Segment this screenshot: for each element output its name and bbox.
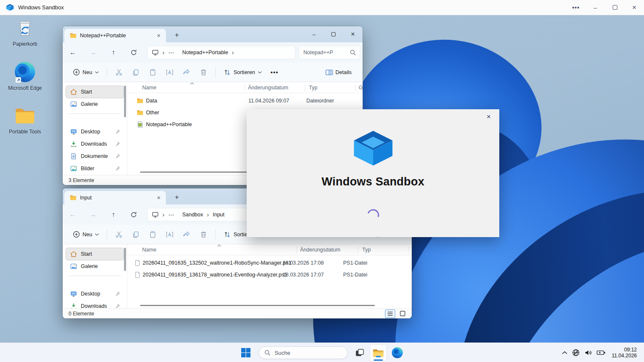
tab-close-icon[interactable]: × (155, 194, 162, 202)
column-header-type[interactable]: Typ (309, 85, 317, 91)
paste-button[interactable] (144, 228, 161, 241)
sidebar-item-start[interactable]: Start (66, 248, 124, 260)
taskbar-file-explorer[interactable] (370, 344, 387, 362)
back-button[interactable]: ← (66, 208, 80, 221)
breadcrumb-overflow-icon[interactable]: ⋯ (168, 49, 175, 56)
breadcrumb[interactable]: › ⋯ Notepad++Portable › (147, 46, 295, 59)
sidebar-item-dokumente[interactable]: Dokumente (66, 150, 124, 162)
up-button[interactable]: ↑ (107, 208, 120, 221)
hidden-icons-chevron[interactable] (562, 351, 567, 354)
column-headers: Name Änderungsdatum Typ (127, 244, 412, 255)
desktop-icon-portable-tools[interactable]: Portable Tools (6, 105, 44, 135)
taskbar-search[interactable]: Suche (259, 346, 348, 359)
copy-button[interactable] (127, 66, 144, 79)
close-button[interactable]: × (625, 0, 644, 15)
desktop-icon-recycle-bin[interactable]: Papierkorb (6, 18, 44, 47)
delete-button[interactable] (195, 66, 212, 79)
cut-button[interactable] (110, 66, 127, 79)
documents-icon (70, 153, 77, 160)
column-header-date[interactable]: Änderungsdatum (248, 85, 288, 91)
trash-icon (200, 69, 207, 76)
horizontal-scrollbar[interactable] (140, 305, 375, 306)
home-icon (70, 88, 77, 95)
task-view-button[interactable] (355, 348, 365, 358)
file-row-eventlog-analyzer[interactable]: 20260411_091635_136178_waltrone1-Eventlo… (127, 269, 412, 281)
column-header-name[interactable]: Name (142, 85, 156, 91)
ps1-file-icon (134, 260, 141, 266)
new-button[interactable]: Neu (69, 66, 103, 78)
close-icon[interactable]: × (482, 111, 495, 123)
taskbar-clock[interactable]: 09:12 11.04.2026 (612, 347, 637, 359)
paste-button[interactable] (144, 66, 161, 79)
start-button[interactable] (241, 348, 251, 358)
copy-button[interactable] (127, 228, 144, 241)
minimize-button[interactable]: – (304, 26, 324, 42)
chevron-down-icon (95, 71, 99, 74)
rename-button[interactable] (161, 66, 178, 79)
tab-close-icon[interactable]: × (155, 32, 162, 39)
delete-button[interactable] (195, 228, 212, 241)
new-button[interactable]: Neu (69, 228, 103, 240)
see-more-button[interactable]: ••• (566, 0, 586, 15)
list-view-button[interactable] (385, 309, 395, 318)
navigation-pane: Start Galerie Desktop Downloads (63, 82, 127, 175)
column-header-name[interactable]: Name (142, 247, 156, 253)
see-more-button[interactable]: ••• (266, 66, 283, 79)
desktop-icon-microsoft-edge[interactable]: Microsoft Edge (6, 61, 44, 91)
sidebar-item-desktop[interactable]: Desktop (66, 126, 124, 138)
shortcut-arrow-icon (15, 77, 21, 83)
back-button[interactable]: ← (66, 46, 80, 59)
tab-notepad-portable[interactable]: Notepad++Portable × (64, 29, 166, 42)
breadcrumb-item[interactable]: Notepad++Portable (182, 50, 228, 55)
battery-icon[interactable] (597, 350, 605, 355)
share-button[interactable] (178, 66, 195, 79)
minimize-button[interactable]: – (586, 0, 605, 15)
forward-button[interactable]: → (86, 46, 100, 59)
breadcrumb-item[interactable]: Input (213, 212, 225, 218)
windows-sandbox-logo (352, 130, 394, 167)
active-app-indicator (374, 359, 383, 361)
forward-button[interactable]: → (86, 208, 100, 221)
gallery-icon (70, 101, 77, 108)
tab-input[interactable]: Input × (64, 191, 166, 204)
taskbar-edge[interactable] (392, 347, 403, 358)
sidebar-item-desktop[interactable]: Desktop (66, 288, 124, 300)
status-bar: 0 Elemente (63, 308, 412, 318)
new-tab-button[interactable]: + (172, 30, 182, 40)
column-header-size[interactable]: Größe (359, 85, 363, 91)
sidebar-item-start[interactable]: Start (66, 86, 124, 98)
view-details-button[interactable]: Details (321, 67, 356, 78)
close-button[interactable]: × (343, 26, 363, 42)
network-offline-icon[interactable] (572, 349, 580, 356)
refresh-button[interactable] (127, 208, 140, 221)
breadcrumb-item[interactable]: Sandbox (182, 212, 203, 218)
sidebar-item-bilder[interactable]: Bilder (66, 163, 124, 174)
maximize-button[interactable] (605, 0, 625, 15)
file-row-robosync-manager[interactable]: 20260411_091635_132502_waltrone1-RoboSyn… (127, 257, 412, 269)
sort-button[interactable]: Sortieren (219, 66, 266, 78)
sidebar-scrollbar[interactable] (124, 248, 126, 271)
sidebar-scrollbar[interactable] (124, 86, 126, 117)
folder-icon (70, 32, 77, 39)
sidebar-item-galerie[interactable]: Galerie (66, 98, 124, 110)
sidebar-item-downloads[interactable]: Downloads (66, 138, 124, 150)
dialog-title: Windows Sandbox (247, 175, 499, 188)
cut-button[interactable] (110, 228, 127, 241)
search-input[interactable]: Notepad++P (299, 46, 360, 59)
sidebar-item-galerie[interactable]: Galerie (66, 260, 124, 272)
this-pc-icon (152, 211, 159, 218)
large-icons-view-button[interactable] (397, 309, 407, 318)
up-button[interactable]: ↑ (107, 46, 120, 59)
volume-icon[interactable] (584, 349, 592, 356)
new-tab-button[interactable]: + (172, 192, 182, 202)
list-view-icon (387, 311, 393, 316)
plus-circle-icon (73, 231, 80, 238)
file-row-data[interactable]: Data 11.04.2026 09:07 Dateiordner (127, 95, 363, 107)
refresh-button[interactable] (127, 46, 140, 59)
column-header-type[interactable]: Typ (362, 247, 371, 253)
breadcrumb-overflow-icon[interactable]: ⋯ (168, 211, 175, 218)
column-header-date[interactable]: Änderungsdatum (300, 247, 340, 253)
rename-button[interactable] (161, 228, 178, 241)
maximize-button[interactable] (324, 26, 343, 42)
share-button[interactable] (178, 228, 195, 241)
